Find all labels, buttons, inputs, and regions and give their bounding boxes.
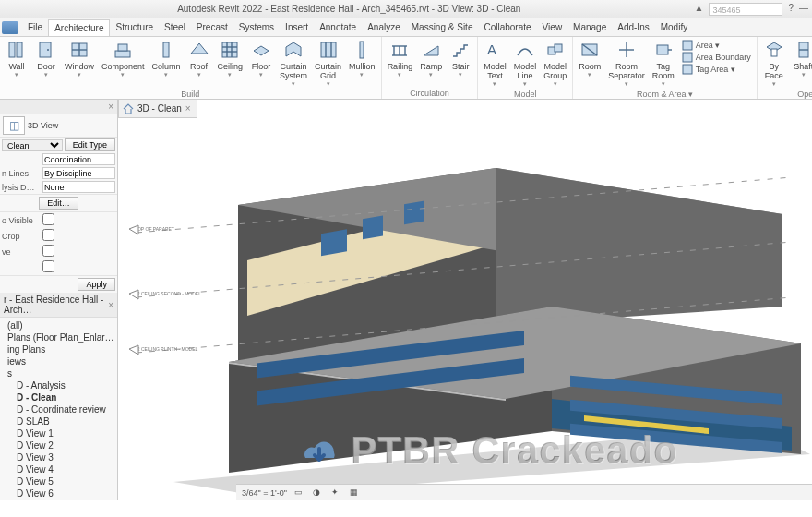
tab-structure[interactable]: Structure (110, 19, 159, 36)
column-button[interactable]: Column▾ (149, 39, 184, 89)
browser-item[interactable]: D View 7 (2, 499, 115, 500)
area-boundary-button[interactable]: Area Boundary (682, 52, 751, 63)
tab-precast[interactable]: Precast (191, 19, 233, 36)
property-checkbox[interactable] (42, 229, 54, 241)
tab-steel[interactable]: Steel (159, 19, 191, 36)
tab-add-ins[interactable]: Add-Ins (612, 19, 654, 36)
component-button[interactable]: Component▾ (99, 39, 148, 89)
roof-button[interactable]: Roof▾ (185, 39, 213, 89)
stair-button[interactable]: Stair▾ (447, 39, 474, 88)
svg-rect-1 (17, 42, 22, 57)
minimize-icon[interactable]: — (799, 3, 808, 16)
tab-file[interactable]: File (22, 19, 48, 36)
property-checkbox[interactable] (42, 213, 54, 225)
property-checkbox[interactable] (42, 245, 54, 257)
ribbon-group-label: Model (481, 89, 569, 99)
tab-collaborate[interactable]: Collaborate (478, 19, 536, 36)
close-icon[interactable]: × (108, 102, 113, 112)
search-box[interactable]: 345465 (709, 3, 782, 16)
property-value[interactable] (42, 181, 115, 193)
model-group-button[interactable]: ModelGroup▾ (541, 39, 569, 89)
property-value[interactable] (42, 153, 115, 165)
railing-button[interactable]: Railing▾ (385, 39, 416, 88)
room-button[interactable]: Room▾ (576, 39, 603, 89)
button-label: Tag Area ▾ (696, 65, 735, 74)
button-label: Wall (8, 62, 24, 71)
curtain-grid-button[interactable]: CurtainGrid▾ (312, 39, 344, 89)
browser-item[interactable]: D SLAB (2, 415, 115, 427)
property-label: n Lines (2, 169, 42, 178)
browser-item[interactable]: ing Plans (2, 343, 115, 355)
model-line-button[interactable]: ModelLine▾ (511, 39, 540, 89)
view-tab[interactable]: 3D - Clean × (118, 100, 197, 118)
window-button[interactable]: Window▾ (62, 39, 97, 89)
tab-view[interactable]: View (537, 19, 568, 36)
browser-item[interactable]: D View 3 (2, 451, 115, 463)
close-icon[interactable]: × (185, 103, 191, 114)
drawing-canvas[interactable]: 3D - Clean × (118, 100, 812, 500)
edit-button[interactable]: Edit… (39, 197, 78, 210)
ramp-button[interactable]: Ramp▾ (417, 39, 445, 88)
home-icon (123, 103, 134, 114)
tab-massing-site[interactable]: Massing & Site (406, 19, 479, 36)
property-row: Crop (0, 228, 117, 244)
ceiling-button[interactable]: Ceiling▾ (215, 39, 246, 89)
view-type-selector[interactable]: ◫ 3D View (0, 114, 117, 138)
floor-icon (251, 40, 271, 60)
browser-item[interactable]: D - Analysis (2, 379, 115, 391)
browser-item[interactable]: D View 4 (2, 463, 115, 475)
browser-item[interactable]: s (2, 367, 115, 379)
status-icon[interactable]: ▦ (350, 487, 361, 499)
mullion-button[interactable]: Mullion▾ (346, 39, 378, 89)
door-button[interactable]: Door▾ (32, 39, 60, 89)
tag-area-button[interactable]: Tag Area ▾ (682, 64, 751, 75)
room-sep-button[interactable]: RoomSeparator▾ (605, 39, 648, 89)
wall-button[interactable]: Wall▾ (3, 39, 30, 89)
status-icon[interactable]: ▭ (294, 487, 305, 499)
svg-rect-26 (555, 44, 562, 52)
edit-type-button[interactable]: Edit Type (65, 138, 115, 151)
browser-item[interactable]: D - Clean (2, 391, 115, 403)
model-text-button[interactable]: AModelText▾ (481, 39, 509, 89)
chevron-down-icon: ▾ (197, 71, 201, 78)
area-button[interactable]: Area ▾ (682, 40, 751, 51)
browser-item[interactable]: D View 6 (2, 487, 115, 499)
help-icon[interactable]: ? (788, 3, 794, 16)
browser-item[interactable]: D View 2 (2, 439, 115, 451)
tag-room-icon (653, 40, 674, 60)
shaft-button[interactable]: Shaft▾ (790, 39, 812, 89)
ribbon-group-build: Wall▾Door▾Window▾Component▾Column▾Roof▾C… (0, 37, 382, 99)
type-selector[interactable]: Clean (2, 139, 63, 151)
tab-systems[interactable]: Systems (233, 19, 280, 36)
status-icon[interactable]: ◑ (313, 487, 324, 499)
close-icon[interactable]: × (108, 300, 113, 310)
svg-marker-47 (496, 168, 782, 325)
floor-button[interactable]: Floor▾ (247, 39, 275, 89)
browser-item[interactable]: (all) (2, 319, 115, 331)
file-menu-button[interactable] (2, 21, 18, 34)
status-icon[interactable]: ✦ (331, 487, 342, 499)
browser-item[interactable]: D View 5 (2, 475, 115, 487)
browser-item[interactable]: iews (2, 355, 115, 367)
tab-annotate[interactable]: Annotate (314, 19, 362, 36)
view-scale[interactable]: 3/64" = 1'-0" (242, 488, 287, 498)
tag-room-button[interactable]: TagRoom▾ (650, 39, 677, 89)
tab-manage[interactable]: Manage (567, 19, 612, 36)
browser-item[interactable]: D - Coordinate review (2, 403, 115, 415)
browser-item[interactable]: D View 1 (2, 427, 115, 439)
tab-analyze[interactable]: Analyze (362, 19, 406, 36)
svg-rect-31 (657, 45, 668, 54)
apply-button[interactable]: Apply (78, 278, 115, 291)
browser-item[interactable]: Plans (Floor Plan_Enlarged) (2, 331, 115, 343)
tab-insert[interactable]: Insert (280, 19, 314, 36)
by-face-button[interactable]: ByFace▾ (760, 39, 788, 89)
tab-architecture[interactable]: Architecture (48, 19, 110, 36)
ceiling-icon (220, 40, 240, 60)
property-checkbox[interactable] (42, 260, 54, 272)
curtain-system-button[interactable]: CurtainSystem▾ (277, 39, 310, 89)
property-value[interactable] (42, 167, 115, 179)
ribbon-group-label: Opening (760, 89, 812, 99)
tab-modify[interactable]: Modify (655, 19, 693, 36)
side-panel: × ◫ 3D View Clean Edit Type n Lineslysis… (0, 100, 118, 500)
titlebar-right: ▲ 345465 ? — (695, 3, 808, 16)
